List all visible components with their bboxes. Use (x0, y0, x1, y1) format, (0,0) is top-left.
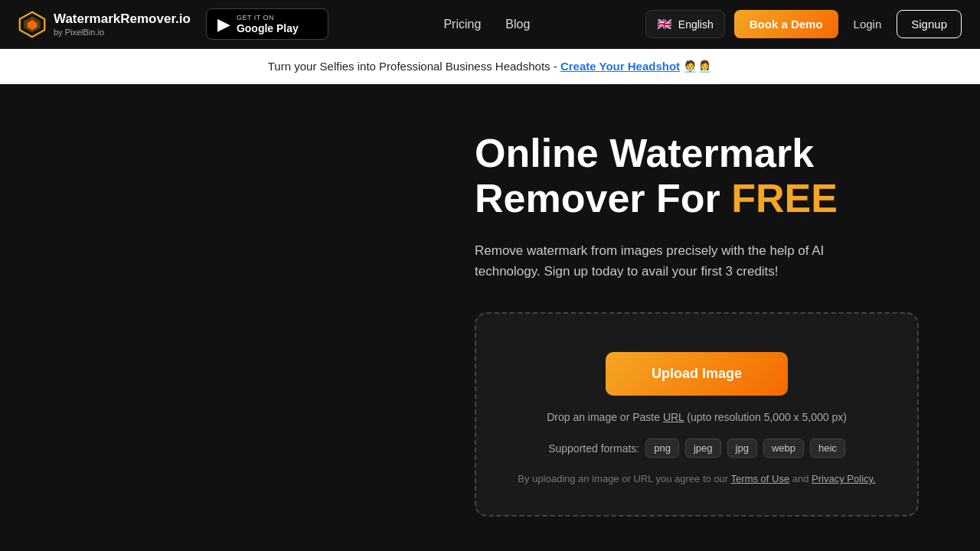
announcement-bar: Turn your Selfies into Professional Busi… (0, 49, 980, 84)
headline-part2: Remover For (475, 176, 731, 220)
book-demo-button[interactable]: Book a Demo (734, 10, 838, 38)
google-play-button[interactable]: ▶ GET IT ON Google Play (206, 8, 328, 41)
upload-image-button[interactable]: Upload Image (606, 352, 788, 396)
nav-left: WatermarkRemover.io by PixelBin.io ▶ GET… (18, 8, 328, 41)
right-panel: Online Watermark Remover For FREE Remove… (459, 84, 980, 548)
url-link[interactable]: URL (663, 411, 684, 423)
flag-icon: 🇬🇧 (657, 17, 672, 31)
logo-link[interactable]: WatermarkRemover.io by PixelBin.io (18, 11, 191, 38)
main-content: Online Watermark Remover For FREE Remove… (0, 84, 980, 548)
drop-text: Drop an image or Paste URL (upto resolut… (547, 411, 847, 423)
format-webp: webp (763, 439, 804, 458)
navbar: WatermarkRemover.io by PixelBin.io ▶ GET… (0, 0, 980, 49)
left-panel (0, 84, 459, 548)
format-jpg: jpg (727, 439, 757, 458)
google-play-big-text: Google Play (237, 22, 299, 35)
logo-name: WatermarkRemover.io (54, 11, 191, 27)
nav-center: Pricing Blog (443, 18, 530, 31)
format-png: png (645, 439, 679, 458)
logo-sub: by PixelBin.io (54, 28, 191, 37)
nav-right: 🇬🇧 English Book a Demo Login Signup (645, 10, 962, 38)
format-heic: heic (810, 439, 845, 458)
signup-button[interactable]: Signup (897, 10, 962, 38)
terms-link[interactable]: Terms of Use (731, 473, 790, 484)
google-play-small-text: GET IT ON (237, 14, 299, 22)
upload-box: Upload Image Drop an image or Paste URL … (475, 312, 919, 517)
formats-row: Supported formats: png jpeg jpg webp hei… (548, 439, 845, 458)
headshot-link[interactable]: Create Your Headshot (560, 60, 680, 73)
privacy-link[interactable]: Privacy Policy. (812, 473, 876, 484)
logo-text: WatermarkRemover.io by PixelBin.io (54, 11, 191, 36)
hero-subtext: Remove watermark from images precisely w… (475, 240, 873, 282)
pricing-link[interactable]: Pricing (443, 18, 481, 31)
blog-link[interactable]: Blog (505, 18, 530, 31)
announcement-text: Turn your Selfies into Professional Busi… (268, 60, 557, 73)
language-selector[interactable]: 🇬🇧 English (645, 10, 725, 38)
formats-label: Supported formats: (548, 442, 639, 455)
headline-free: FREE (731, 176, 838, 220)
legal-text: By uploading an image or URL you agree t… (518, 473, 875, 484)
google-play-icon: ▶ (217, 15, 230, 34)
headline-part1: Online Watermark (475, 131, 814, 175)
headline: Online Watermark Remover For FREE (475, 131, 934, 223)
language-label: English (678, 18, 714, 31)
format-jpeg: jpeg (685, 439, 721, 458)
announcement-emoji: 🧑‍💼👩‍💼 (683, 60, 712, 73)
login-button[interactable]: Login (848, 10, 888, 38)
logo-icon (18, 11, 46, 38)
